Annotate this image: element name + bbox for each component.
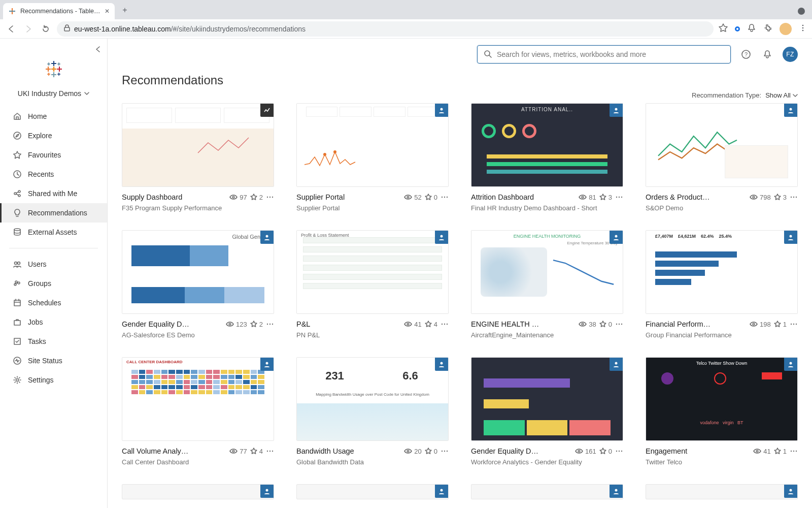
- svg-rect-2: [64, 27, 70, 31]
- person-icon: [260, 231, 274, 244]
- card-title[interactable]: Attrition Dashboard: [471, 193, 576, 201]
- more-actions-button[interactable]: [790, 321, 798, 328]
- svg-point-59: [615, 108, 618, 111]
- forward-button[interactable]: [22, 23, 35, 35]
- extension-icon[interactable]: [735, 26, 740, 31]
- more-actions-button[interactable]: [441, 448, 449, 455]
- card-title[interactable]: Supply Dashboard: [122, 193, 226, 201]
- window-control-icon[interactable]: [798, 8, 805, 15]
- back-button[interactable]: [5, 23, 17, 35]
- card-thumbnail[interactable]: CALL CENTER DASHBOARD: [122, 357, 274, 441]
- card-thumbnail[interactable]: £7,407M£4,621M62.4%25.4%: [646, 230, 798, 314]
- favourite-button[interactable]: 4: [425, 321, 437, 328]
- sidebar-item-groups[interactable]: Groups: [0, 274, 107, 293]
- sidebar-item-schedules[interactable]: Schedules: [0, 293, 107, 312]
- sidebar-item-tasks[interactable]: Tasks: [0, 332, 107, 351]
- favourite-button[interactable]: 4: [250, 448, 263, 455]
- svg-point-92: [269, 451, 270, 452]
- card-title[interactable]: ENGINE HEALTH …: [471, 320, 576, 328]
- site-switcher[interactable]: UKI Industry Demos: [0, 86, 107, 107]
- card-title[interactable]: Supplier Portal: [296, 193, 401, 201]
- sidebar-item-recents[interactable]: Recents: [0, 165, 107, 184]
- more-actions-button[interactable]: [790, 448, 798, 455]
- notifications-icon[interactable]: [747, 23, 756, 34]
- card-thumbnail[interactable]: [646, 103, 798, 187]
- card-thumbnail[interactable]: [471, 357, 623, 441]
- collapse-sidebar-button[interactable]: [0, 39, 107, 53]
- sidebar-item-jobs[interactable]: Jobs: [0, 312, 107, 332]
- favourite-button[interactable]: 2: [250, 321, 263, 328]
- notifications-icon[interactable]: [761, 48, 773, 60]
- card-title[interactable]: Financial Perform…: [646, 320, 747, 328]
- card-thumbnail[interactable]: Telco Twitter Show Downvodafone virgin B…: [646, 357, 798, 441]
- more-actions-button[interactable]: [790, 194, 798, 201]
- close-icon[interactable]: ✕: [105, 8, 110, 15]
- card-thumbnail[interactable]: [122, 103, 274, 187]
- favourite-button[interactable]: 0: [599, 448, 612, 455]
- more-actions-button[interactable]: [266, 321, 274, 328]
- sidebar: UKI Industry Demos HomeExploreFavourites…: [0, 39, 108, 508]
- views-count: 38: [579, 321, 596, 328]
- card-thumbnail[interactable]: ATTRITION ANAL..: [471, 103, 623, 187]
- svg-point-63: [621, 197, 622, 198]
- help-icon[interactable]: ?: [740, 48, 752, 60]
- card-thumbnail[interactable]: 2316.6Mapping Bandwidth Usage over Post …: [296, 357, 449, 441]
- sidebar-item-recommendations[interactable]: Recommendations: [0, 203, 107, 223]
- more-actions-button[interactable]: [615, 194, 623, 201]
- card-thumbnail[interactable]: Profit & Loss Statement: [296, 230, 449, 314]
- card-thumbnail[interactable]: [296, 103, 449, 187]
- reload-button[interactable]: [40, 23, 52, 35]
- search-box[interactable]: [477, 45, 731, 64]
- favourite-button[interactable]: 0: [599, 321, 612, 328]
- card-title[interactable]: Call Volume Analy…: [122, 447, 226, 455]
- favourite-button[interactable]: 2: [250, 194, 263, 201]
- favourite-button[interactable]: 3: [599, 194, 612, 201]
- sidebar-item-settings[interactable]: Settings: [0, 370, 107, 390]
- filter-type-dropdown[interactable]: Show All: [765, 91, 798, 99]
- new-tab-button[interactable]: +: [118, 3, 132, 17]
- card-title[interactable]: Gender Equality D…: [471, 447, 572, 455]
- more-actions-button[interactable]: [615, 321, 623, 328]
- svg-point-96: [442, 451, 443, 452]
- sidebar-item-users[interactable]: Users: [0, 255, 107, 274]
- svg-point-32: [18, 262, 20, 265]
- sidebar-item-site-status[interactable]: Site Status: [0, 351, 107, 370]
- sidebar-item-home[interactable]: Home: [0, 107, 107, 126]
- card-thumbnail[interactable]: ENGINE HEALTH MONITORINGEngine Temperatu…: [471, 230, 623, 314]
- card-title[interactable]: Engagement: [646, 447, 750, 455]
- more-actions-button[interactable]: [441, 321, 449, 328]
- address-bar[interactable]: eu-west-1a.online.tableau.com/#/site/uki…: [57, 21, 714, 37]
- svg-point-78: [447, 324, 448, 325]
- card-title[interactable]: P&L: [296, 320, 401, 328]
- chart-icon: [260, 104, 274, 117]
- card-title[interactable]: Gender Equality D…: [122, 320, 223, 328]
- browser-tab[interactable]: Recommendations - Tableau O ✕: [3, 3, 115, 19]
- sidebar-item-external-assets[interactable]: External Assets: [0, 223, 107, 242]
- sidebar-item-favourites[interactable]: Favourites: [0, 145, 107, 165]
- user-menu[interactable]: FZ: [783, 47, 798, 62]
- sidebar-item-shared-with-me[interactable]: Shared with Me: [0, 184, 107, 203]
- card-title[interactable]: Orders & Product…: [646, 193, 747, 201]
- search-input[interactable]: [497, 50, 724, 58]
- bookmark-icon[interactable]: [719, 23, 728, 34]
- favourite-button[interactable]: 1: [774, 321, 787, 328]
- svg-point-65: [753, 196, 755, 198]
- card-thumbnail[interactable]: Global Gender: [122, 230, 274, 314]
- card-title[interactable]: Bandwidth Usage: [296, 447, 401, 455]
- favourite-button[interactable]: 0: [425, 448, 437, 455]
- favourite-button[interactable]: 0: [425, 194, 437, 201]
- sidebar-item-label: Explore: [28, 132, 52, 140]
- profile-avatar[interactable]: [780, 23, 792, 35]
- favourite-button[interactable]: 1: [774, 448, 787, 455]
- sidebar-item-explore[interactable]: Explore: [0, 126, 107, 145]
- card-subtitle: Group Financial Performance: [646, 331, 798, 339]
- more-actions-button[interactable]: [266, 194, 274, 201]
- kebab-icon[interactable]: [799, 24, 807, 34]
- browser-toolbar: eu-west-1a.online.tableau.com/#/site/uki…: [0, 19, 812, 39]
- favourite-button[interactable]: 3: [774, 194, 787, 201]
- more-actions-button[interactable]: [615, 448, 623, 455]
- more-actions-button[interactable]: [441, 194, 449, 201]
- more-actions-button[interactable]: [266, 448, 274, 455]
- extensions-icon[interactable]: [763, 23, 772, 34]
- tableau-logo[interactable]: [0, 53, 107, 86]
